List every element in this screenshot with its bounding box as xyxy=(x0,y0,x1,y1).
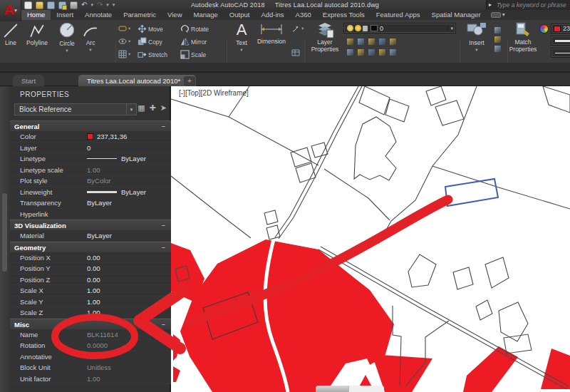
file-tab-document[interactable]: Titres Laa.Local autocad 2010*× xyxy=(78,75,196,87)
property-row-transparency[interactable]: TransparencyByLayer xyxy=(10,197,171,209)
block-tool-icon[interactable] xyxy=(494,46,501,52)
command-window-edge[interactable] xyxy=(316,386,384,392)
property-row-plot-style[interactable]: Plot styleByColor xyxy=(10,175,171,187)
block-tool-icon[interactable] xyxy=(494,36,501,43)
ribbon-tab-express-tools[interactable]: Express Tools xyxy=(317,10,370,20)
drawing-canvas[interactable]: [-][Top][2D Wireframe] xyxy=(171,86,570,392)
property-value[interactable]: 1.00 xyxy=(87,165,168,176)
mirror-button[interactable]: Mirror xyxy=(180,37,207,46)
property-value[interactable]: 0.00 xyxy=(87,263,168,274)
redo-caret-icon[interactable]: ▾ xyxy=(106,2,109,8)
property-value[interactable]: 0 xyxy=(87,143,168,154)
layer-tool-icon[interactable] xyxy=(347,38,353,45)
layer-on-icon[interactable] xyxy=(347,25,353,31)
redo-icon[interactable]: ↷ xyxy=(97,1,103,9)
section-header[interactable]: 3D Visualization− xyxy=(10,220,171,230)
property-row-hyperlink[interactable]: Hyperlink xyxy=(10,209,171,220)
fillet-icon[interactable]: ▾ xyxy=(118,37,130,46)
layer-tool-icon[interactable] xyxy=(358,38,364,45)
move-button[interactable]: Move xyxy=(138,24,163,33)
layer-tool-icon[interactable] xyxy=(390,38,396,45)
property-row-linetype-scale[interactable]: Linetype scale1.00 xyxy=(10,165,171,176)
ribbon-tab-spatial-manager[interactable]: Spatial Manager xyxy=(426,10,487,20)
ribbon-tab-add-ins[interactable]: Add-ins xyxy=(255,10,289,20)
polyline-button[interactable]: Polyline xyxy=(21,23,53,46)
property-row-rotation[interactable]: Rotation0.0000 xyxy=(10,340,171,351)
property-row-material[interactable]: MaterialByLayer xyxy=(10,230,171,242)
layer-lock-icon[interactable] xyxy=(363,26,368,31)
quick-select-icon[interactable]: ➤ xyxy=(160,103,167,113)
object-color-combo[interactable]: 237,31,36 xyxy=(551,24,570,33)
line-button[interactable]: Line xyxy=(1,23,21,46)
property-value[interactable]: No xyxy=(87,351,168,363)
leader-icon[interactable]: ▾ xyxy=(291,24,304,33)
copy-button[interactable]: Copy xyxy=(138,37,162,46)
open-file-icon[interactable] xyxy=(36,1,43,9)
save-icon[interactable] xyxy=(47,1,55,9)
layer-freeze-icon[interactable] xyxy=(355,25,361,31)
property-value[interactable]: 1.00 xyxy=(87,296,168,308)
property-row-position-x[interactable]: Position X0.00 xyxy=(10,252,171,264)
layer-select-combo[interactable]: 0 ▾ xyxy=(343,23,456,33)
palette-scrollbar[interactable] xyxy=(2,193,7,272)
layer-tool-icon[interactable] xyxy=(379,38,385,45)
property-row-layer[interactable]: Layer0 xyxy=(10,143,171,154)
property-value[interactable]: 0.0000 xyxy=(87,340,168,351)
property-value[interactable]: Unitless xyxy=(87,362,168,373)
property-value[interactable]: 1.00 xyxy=(87,285,168,296)
new-tab-button[interactable]: + xyxy=(184,76,195,86)
save-as-icon[interactable] xyxy=(58,1,66,9)
color-wheel-icon[interactable] xyxy=(539,24,549,33)
layer-tool-icon[interactable] xyxy=(390,49,396,56)
text-button[interactable]: A Text▾ xyxy=(230,21,253,53)
property-value[interactable]: 0.00 xyxy=(87,274,168,286)
ribbon-tab-parametric[interactable]: Parametric xyxy=(118,10,162,20)
ribbon-tab-view[interactable]: View xyxy=(162,10,187,20)
property-row-lineweight[interactable]: LineweightByLayer xyxy=(10,187,171,198)
property-row-annotative[interactable]: AnnotativeNo xyxy=(10,351,171,363)
property-value[interactable]: BLK11614 xyxy=(87,329,168,341)
plot-icon[interactable] xyxy=(70,1,78,9)
property-row-scale-y[interactable]: Scale Y1.00 xyxy=(10,296,171,308)
property-value[interactable]: ByColor xyxy=(87,175,168,187)
layer-tool-icon[interactable] xyxy=(368,49,375,56)
stretch-button[interactable]: Stretch xyxy=(138,50,167,59)
viewport-label[interactable]: [-][Top][2D Wireframe] xyxy=(179,89,249,97)
property-row-position-y[interactable]: Position Y0.00 xyxy=(10,263,171,274)
undo-icon[interactable]: ↶ xyxy=(81,1,87,9)
ribbon-tab-manage[interactable]: Manage xyxy=(188,10,224,20)
layer-tool-icon[interactable] xyxy=(347,49,353,56)
file-tab-start[interactable]: Start xyxy=(13,75,44,87)
select-objects-icon[interactable]: ✚ xyxy=(150,103,156,113)
property-value[interactable]: ByLayer xyxy=(87,197,168,209)
toggle-pickadd-icon[interactable]: ▦ xyxy=(138,103,145,113)
undo-caret-icon[interactable]: ▾ xyxy=(90,2,93,8)
property-row-block-unit[interactable]: Block UnitUnitless xyxy=(10,362,171,373)
search-input[interactable]: ▸ Type a keyword or phrase xyxy=(486,0,570,10)
layer-tool-icon[interactable] xyxy=(379,49,385,56)
section-header[interactable]: General− xyxy=(10,120,171,131)
ribbon-tab-output[interactable]: Output xyxy=(224,10,256,20)
insert-button[interactable]: Insert▾ xyxy=(462,21,492,53)
layer-properties-button[interactable]: Layer Properties xyxy=(309,21,341,53)
section-header[interactable]: Misc− xyxy=(10,319,171,329)
linetype-combo[interactable] xyxy=(551,48,570,58)
trim-icon[interactable]: ▾ xyxy=(118,24,130,33)
property-value[interactable]: 237,31,36 xyxy=(87,131,168,143)
scale-button[interactable]: Scale xyxy=(180,50,206,59)
property-row-scale-x[interactable]: Scale X1.00 xyxy=(10,285,171,296)
qat-customize-icon[interactable]: ▾ xyxy=(113,2,115,8)
lineweight-combo[interactable] xyxy=(551,36,570,46)
property-value[interactable]: 1.00 xyxy=(87,373,168,385)
table-icon[interactable] xyxy=(291,48,300,57)
property-value[interactable]: ByLayer xyxy=(87,187,168,198)
ribbon-tab-insert[interactable]: Insert xyxy=(51,10,79,20)
object-type-selector[interactable]: Block Reference▾ xyxy=(14,103,137,115)
property-value[interactable]: 0.00 xyxy=(87,252,168,264)
layer-tool-icon[interactable] xyxy=(358,49,364,56)
new-file-icon[interactable] xyxy=(24,1,32,9)
property-value[interactable]: 1.00 xyxy=(87,307,168,319)
property-value[interactable]: ByLayer xyxy=(87,153,168,165)
rotate-button[interactable]: Rotate xyxy=(180,24,209,33)
dimension-button[interactable]: Dimension xyxy=(253,23,290,45)
